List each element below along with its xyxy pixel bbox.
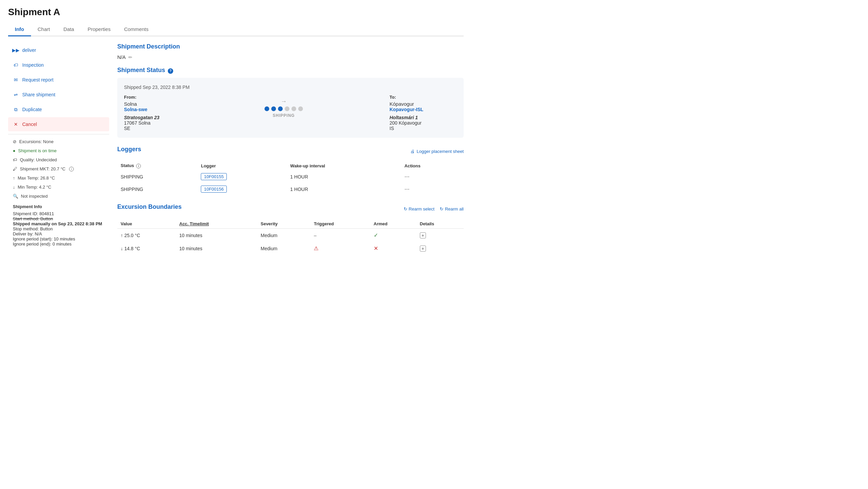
exc-col-armed: Armed — [370, 219, 416, 229]
shipping-arrow: → — [281, 98, 287, 105]
logger-actions-2[interactable]: ··· — [401, 183, 464, 195]
from-address1: Stratosgatan 23 — [124, 115, 178, 120]
excursion-title: Excursion Boundaries — [117, 203, 182, 210]
sidebar: ▶▶ deliver 🏷 Inspection ✉ Request report… — [8, 43, 109, 255]
inspection-action[interactable]: 🏷 Inspection — [8, 58, 109, 72]
logger-id-2: 10F00156 — [197, 183, 287, 195]
tab-bar: Info Chart Data Properties Comments — [8, 23, 464, 36]
exc-value-2: ↓ 14.8 °C — [117, 242, 176, 255]
on-time-stat: ● Shipment is on time — [8, 146, 109, 155]
excursion-section: Excursion Boundaries ↻ Rearm select ↻ Re… — [117, 203, 464, 255]
page-title: Shipment A — [8, 7, 464, 18]
shipped-date: Shipped Sep 23, 2022 8:38 PM — [124, 85, 457, 90]
from-city: Solna — [124, 101, 178, 107]
excursions-stat: ⊘ Excursions: None — [8, 137, 109, 146]
exc-value-1: ↑ 25.0 °C — [117, 229, 176, 242]
exc-severity-2: Medium — [257, 242, 310, 255]
logger-placement-link[interactable]: 🖨 Logger placement sheet — [410, 149, 464, 154]
dot-3 — [278, 106, 283, 111]
to-label: To: — [390, 95, 457, 100]
loggers-table: Status i Logger Wake-up interval Actions… — [117, 161, 464, 195]
dot-4 — [285, 106, 289, 111]
on-time-icon: ● — [13, 148, 16, 153]
edit-description-icon[interactable]: ✏ — [128, 55, 132, 60]
report-icon: ✉ — [13, 77, 19, 83]
rearm-all-btn[interactable]: ↻ Rearm all — [440, 206, 464, 211]
logger-row-1: SHIPPING 10F00155 1 HOUR ··· — [117, 170, 464, 183]
tab-properties[interactable]: Properties — [81, 23, 117, 36]
request-report-action[interactable]: ✉ Request report — [8, 73, 109, 87]
deliver-action[interactable]: ▶▶ deliver — [8, 43, 109, 57]
ignore-start: Ignore period (start): 10 minutes — [13, 236, 104, 241]
tab-info[interactable]: Info — [8, 23, 31, 36]
rearm-all-icon: ↻ — [440, 206, 443, 211]
status-help-icon[interactable]: ? — [168, 68, 173, 74]
dot-2 — [271, 106, 276, 111]
mkt-info-icon[interactable]: i — [69, 167, 74, 171]
share-shipment-action[interactable]: ⇌ Share shipment — [8, 88, 109, 102]
shipment-info-block: Shipment Info Shipment ID: 804811 Start … — [8, 201, 109, 250]
duplicate-icon: ⧉ — [13, 106, 19, 112]
min-temp-stat: ↓ Min Temp: 4.2 °C — [8, 183, 109, 192]
request-report-label: Request report — [22, 77, 54, 83]
dot-6 — [298, 106, 303, 111]
col-actions: Actions — [401, 161, 464, 170]
description-title: Shipment Description — [117, 43, 464, 50]
inspection-label: Inspection — [22, 62, 44, 68]
from-country: Solna-swe — [124, 107, 178, 112]
logger-status-1: SHIPPING — [117, 170, 197, 183]
tab-chart[interactable]: Chart — [31, 23, 57, 36]
excursion-table: Value Acc. Timelimit Severity Triggered … — [117, 219, 464, 255]
sidebar-divider — [8, 134, 109, 134]
printer-icon: 🖨 — [410, 149, 415, 154]
quality-stat: 🏷 Quality: Undecided — [8, 155, 109, 164]
exc-timelimit-1: 10 minutes — [176, 229, 257, 242]
duplicate-action[interactable]: ⧉ Duplicate — [8, 102, 109, 117]
stop-method: Stop method: Button — [13, 226, 104, 231]
col-wakeup: Wake-up interval — [287, 161, 401, 170]
description-value: N/A ✏ — [117, 54, 464, 60]
dot-1 — [265, 106, 269, 111]
max-temp-stat: ↑ Max Temp: 26.8 °C — [8, 173, 109, 183]
exc-col-triggered: Triggered — [310, 219, 370, 229]
status-title: Shipment Status? — [117, 67, 464, 74]
dot-5 — [291, 106, 296, 111]
exc-triggered-2: ⚠ — [310, 242, 370, 255]
tab-comments[interactable]: Comments — [117, 23, 155, 36]
to-address2: IS — [390, 126, 457, 131]
logger-id-1: 10F00155 — [197, 170, 287, 183]
exc-col-timelimit: Acc. Timelimit — [176, 219, 257, 229]
main-content: Shipment Description N/A ✏ Shipment Stat… — [117, 43, 464, 255]
exc-col-severity: Severity — [257, 219, 310, 229]
share-icon: ⇌ — [13, 92, 19, 98]
progress-dots — [265, 106, 303, 111]
to-block: To: Kópavogur Kopavogur-ISL Holtasmári 1… — [390, 95, 457, 131]
inspection-stat: 🔍 Not inspected — [8, 192, 109, 201]
from-block: From: Solna Solna-swe Stratosgatan 23 17… — [124, 95, 178, 131]
exc-armed-1: ✓ — [370, 229, 416, 242]
min-temp-icon: ↓ — [13, 185, 15, 190]
rearm-select-btn[interactable]: ↻ Rearm select — [404, 206, 435, 211]
exc-details-1[interactable]: + — [416, 229, 464, 242]
deliver-by: Deliver by: N/A — [13, 231, 104, 236]
mkt-stat: 🖊 Shipment MKT: 20.7 °C i — [8, 164, 109, 173]
from-label: From: — [124, 95, 178, 100]
cancel-label: Cancel — [22, 122, 37, 127]
cancel-action[interactable]: ✕ Cancel — [8, 117, 109, 131]
from-address2: 17067 Solna — [124, 120, 178, 126]
logger-actions-1[interactable]: ··· — [401, 170, 464, 183]
to-address-name: Holtasmári 1 — [390, 115, 457, 120]
exc-details-2[interactable]: + — [416, 242, 464, 255]
shipping-progress: → SHIPPING — [191, 95, 376, 118]
start-method: Start method: Button — [13, 216, 104, 221]
from-address3: SE — [124, 126, 178, 131]
to-country: Kopavogur-ISL — [390, 107, 457, 112]
loggers-header: Loggers 🖨 Logger placement sheet — [117, 146, 464, 157]
tab-data[interactable]: Data — [57, 23, 81, 36]
shipped-note: Shipped manually on Sep 23, 2022 8:38 PM — [13, 221, 104, 226]
exc-severity-1: Medium — [257, 229, 310, 242]
exc-triggered-1: – — [310, 229, 370, 242]
exc-armed-2: ✕ — [370, 242, 416, 255]
status-col-info-icon[interactable]: i — [136, 164, 141, 168]
to-address1: 200 Kópavogur — [390, 120, 457, 126]
